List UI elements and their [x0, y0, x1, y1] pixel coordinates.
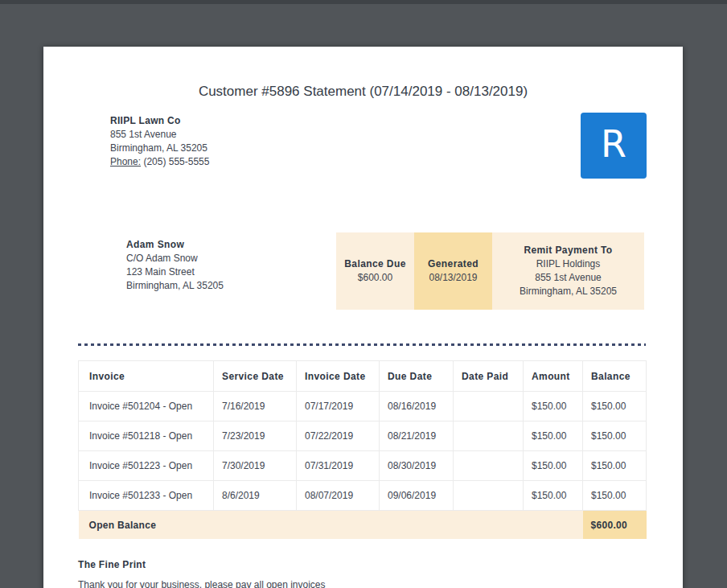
table-row: Invoice #501223 - Open 7/30/2019 07/31/2… — [79, 451, 647, 481]
customer-address-line1: C/O Adam Snow — [126, 252, 224, 265]
cell-invoice: Invoice #501204 - Open — [79, 392, 214, 421]
remit-line2: 855 1st Avenue — [492, 271, 644, 285]
cell-invoice-date: 08/07/2019 — [297, 481, 380, 511]
generated-value: 08/13/2019 — [414, 271, 492, 285]
header-balance: Balance — [583, 361, 647, 392]
cell-invoice: Invoice #501223 - Open — [79, 451, 214, 481]
phone-value: (205) 555-5555 — [141, 156, 209, 167]
cell-due-date: 08/30/2019 — [380, 451, 454, 481]
cell-date-paid — [454, 421, 524, 451]
open-balance-value: $600.00 — [583, 511, 647, 540]
remit-label: Remit Payment To — [492, 244, 644, 257]
header-invoice: Invoice — [79, 361, 214, 392]
generated-box: Generated 08/13/2019 — [414, 232, 492, 310]
customer-name: Adam Snow — [126, 238, 224, 252]
cell-invoice: Invoice #501233 - Open — [79, 481, 214, 511]
cell-date-paid — [454, 481, 524, 511]
cell-service-date: 8/6/2019 — [214, 481, 297, 511]
customer-address-line2: 123 Main Street — [126, 265, 224, 279]
cell-balance: $150.00 — [583, 421, 647, 451]
cell-invoice-date: 07/22/2019 — [297, 421, 380, 451]
company-address-line1: 855 1st Avenue — [110, 128, 209, 142]
table-row: Invoice #501204 - Open 7/16/2019 07/17/2… — [79, 392, 647, 421]
cell-invoice-date: 07/31/2019 — [297, 451, 380, 481]
company-address-line2: Birmingham, AL 35205 — [110, 142, 209, 155]
open-balance-label: Open Balance — [79, 511, 583, 540]
cell-service-date: 7/23/2019 — [214, 421, 297, 451]
cell-balance: $150.00 — [583, 392, 647, 421]
page-title: Customer #5896 Statement (07/14/2019 - 0… — [43, 84, 683, 100]
header-invoice-date: Invoice Date — [297, 361, 380, 392]
balance-due-value: $600.00 — [336, 271, 414, 285]
table-row: Invoice #501233 - Open 8/6/2019 08/07/20… — [79, 481, 647, 511]
cell-invoice: Invoice #501218 - Open — [79, 421, 214, 451]
fine-print-heading: The Fine Print — [78, 559, 146, 570]
company-phone: Phone: (205) 555-5555 — [110, 155, 209, 169]
viewer-top-shadow — [0, 0, 727, 4]
header-service-date: Service Date — [214, 361, 297, 392]
cell-amount: $150.00 — [524, 451, 583, 481]
cell-service-date: 7/16/2019 — [214, 392, 297, 421]
cell-date-paid — [454, 451, 524, 481]
remit-line3: Birmingham, AL 35205 — [492, 285, 644, 298]
dotted-divider — [78, 343, 646, 346]
balance-due-label: Balance Due — [336, 257, 414, 271]
cell-amount: $150.00 — [524, 392, 583, 421]
remit-line1: RIIPL Holdings — [492, 257, 644, 271]
company-name: RIIPL Lawn Co — [110, 114, 209, 128]
header-date-paid: Date Paid — [454, 361, 524, 392]
remit-payment-box: Remit Payment To RIIPL Holdings 855 1st … — [492, 232, 644, 310]
statement-page: Customer #5896 Statement (07/14/2019 - 0… — [43, 47, 683, 588]
cell-due-date: 08/21/2019 — [380, 421, 454, 451]
cell-balance: $150.00 — [583, 481, 647, 511]
cell-amount: $150.00 — [524, 421, 583, 451]
balance-due-box: Balance Due $600.00 — [336, 232, 414, 310]
phone-label: Phone: — [110, 156, 141, 167]
cell-date-paid — [454, 392, 524, 421]
fine-print-text: Thank you for your business, please pay … — [78, 579, 326, 588]
header-amount: Amount — [524, 361, 583, 392]
table-header-row: Invoice Service Date Invoice Date Due Da… — [79, 361, 647, 392]
invoice-table-container: Invoice Service Date Invoice Date Due Da… — [78, 360, 646, 539]
company-logo: R — [581, 113, 647, 179]
cell-balance: $150.00 — [583, 451, 647, 481]
customer-address-block: Adam Snow C/O Adam Snow 123 Main Street … — [126, 238, 224, 293]
open-balance-row: Open Balance $600.00 — [79, 511, 647, 540]
generated-label: Generated — [414, 257, 492, 271]
cell-invoice-date: 07/17/2019 — [297, 392, 380, 421]
invoice-table: Invoice Service Date Invoice Date Due Da… — [78, 360, 647, 539]
company-address-block: RIIPL Lawn Co 855 1st Avenue Birmingham,… — [110, 114, 209, 169]
cell-service-date: 7/30/2019 — [214, 451, 297, 481]
cell-due-date: 09/06/2019 — [380, 481, 454, 511]
header-due-date: Due Date — [380, 361, 454, 392]
logo-letter-r: R — [601, 125, 626, 166]
cell-amount: $150.00 — [524, 481, 583, 511]
payment-summary: Balance Due $600.00 Generated 08/13/2019… — [336, 232, 644, 310]
cell-due-date: 08/16/2019 — [380, 392, 454, 421]
customer-address-line3: Birmingham, AL 35205 — [126, 279, 224, 293]
table-row: Invoice #501218 - Open 7/23/2019 07/22/2… — [79, 421, 647, 451]
